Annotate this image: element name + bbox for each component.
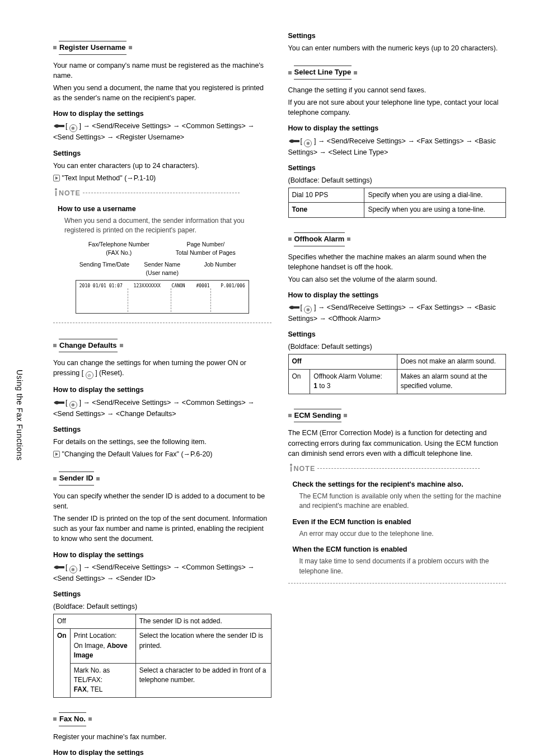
hand-icon xyxy=(53,564,65,571)
hand-icon xyxy=(53,399,65,406)
subheading-settings: Settings xyxy=(53,148,271,158)
path-text: ] → <Send/Receive Settings> → <Fax Setti… xyxy=(288,137,496,156)
text: The ECM (Error Correction Mode) is a fun… xyxy=(288,428,507,458)
cell-desc: Specify when you are using a dial-line. xyxy=(364,188,506,202)
cell-off: Off xyxy=(54,614,136,629)
subheading-how-to-display: How to display the settings xyxy=(288,290,507,300)
hand-icon xyxy=(288,304,301,311)
pin-icon xyxy=(53,188,59,196)
note-text: When you send a document, the sender inf… xyxy=(64,216,271,236)
text: You can also set the volume of the alarm… xyxy=(288,274,507,284)
note-text: The ECM function is available only when … xyxy=(299,492,507,511)
note-subheading: Even if the ECM function is enabled xyxy=(293,517,507,527)
subheading-how-to-display: How to display the settings xyxy=(288,123,507,133)
menu-button-icon: ✽ xyxy=(304,306,312,314)
sender-info-diagram: Fax/Telephone Number (FAX No.) Page Numb… xyxy=(76,240,249,314)
path-text: ] → <Send/Receive Settings> → <Common Se… xyxy=(53,399,255,418)
play-icon xyxy=(53,451,60,458)
subheading-how-to-display: How to display the settings xyxy=(53,385,271,395)
offhook-table: Off Does not make an alarm sound. On Off… xyxy=(288,354,507,394)
cell-opt: Dial 10 PPS xyxy=(288,188,364,202)
text: Your name or company's name must be regi… xyxy=(53,60,271,81)
menu-path: [ ✽ ] → <Send/Receive Settings> → <Fax S… xyxy=(288,302,507,324)
diagram-label: Sender Name (User name) xyxy=(133,260,191,277)
cell-on: On xyxy=(288,369,310,394)
menu-button-icon: ✽ xyxy=(69,566,77,573)
fax-header-strip: 2010 01/01 01:07 123XXXXXXX CANON #0001 … xyxy=(76,280,249,314)
menu-path: [ ✽ ] → <Send/Receive Settings> → <Commo… xyxy=(53,562,271,584)
sender-id-table: Off The sender ID is not added. On Print… xyxy=(53,614,271,698)
menu-button-icon: ✽ xyxy=(69,124,77,132)
cell-desc: Specify when you are using a tone-line. xyxy=(364,203,506,217)
text: You can change the settings for when tur… xyxy=(53,358,271,379)
pin-icon xyxy=(288,464,294,472)
note-block: NOTE How to use a username When you send… xyxy=(53,188,271,323)
heading-change-defaults: Change Defaults xyxy=(59,339,118,353)
path-text: ] → <Send/Receive Settings> → <Fax Setti… xyxy=(288,304,496,323)
subheading-settings: Settings xyxy=(53,589,271,599)
diagram-label: Page Number/ Total Number of Pages xyxy=(162,240,249,257)
menu-path: [ ✽ ] → <Send/Receive Settings> → <Commo… xyxy=(53,121,271,142)
path-text: ] → <Send/Receive Settings> → <Common Se… xyxy=(53,563,255,582)
default-note: (Boldface: Default settings) xyxy=(288,175,507,185)
select-line-table: Dial 10 PPS Specify when you are using a… xyxy=(288,188,507,218)
play-icon xyxy=(53,175,60,181)
menu-path: [ ✽ ] → <Send/Receive Settings> → <Commo… xyxy=(53,398,271,419)
table-row: Off Does not make an alarm sound. xyxy=(288,354,506,369)
heading-fax-no: Fax No. xyxy=(59,712,86,726)
subheading-settings: Settings xyxy=(53,424,271,435)
path-text: ] → <Send/Receive Settings> → <Common Se… xyxy=(53,122,255,141)
subheading-settings: Settings xyxy=(288,163,507,173)
text: The sender ID is printed on the top of t… xyxy=(53,514,271,544)
cell-desc: Select a character to be added in front … xyxy=(135,663,271,697)
menu-path: [ ✽ ] → <Send/Receive Settings> → <Fax S… xyxy=(288,136,507,157)
table-row: On Print Location: On Image, Above Image… xyxy=(54,629,271,663)
note-subheading: Check the settings for the recipient's m… xyxy=(293,479,507,489)
cell-desc: The sender ID is not added. xyxy=(135,614,271,629)
table-row: Dial 10 PPS Specify when you are using a… xyxy=(288,188,506,202)
table-row: Off The sender ID is not added. xyxy=(54,614,271,629)
cell-on: On xyxy=(54,629,71,697)
cell-desc: Does not make an alarm sound. xyxy=(397,354,505,369)
diagram-label: Job Number xyxy=(191,260,249,277)
note-label: NOTE xyxy=(294,464,316,474)
table-row: On Offhook Alarm Volume: 1 to 3 Makes an… xyxy=(288,369,506,394)
dashed-divider xyxy=(288,583,507,584)
subheading-settings: Settings xyxy=(288,31,507,41)
subheading-settings: Settings xyxy=(288,329,507,339)
reset-button-icon: ⊘ xyxy=(86,371,93,379)
table-row: Mark No. as TEL/FAX: FAX, TEL Select a c… xyxy=(54,663,271,697)
text: You can enter numbers with the numeric k… xyxy=(288,43,507,53)
side-tab: Using the Fax Functions xyxy=(14,370,25,460)
default-note: (Boldface: Default settings) xyxy=(53,601,271,612)
menu-button-icon: ✽ xyxy=(69,401,77,409)
cell-opt: Tone xyxy=(288,203,364,217)
note-block: NOTE Check the settings for the recipien… xyxy=(288,463,507,584)
subheading-how-to-display: How to display the settings xyxy=(53,550,271,560)
note-subheading: When the ECM function is enabled xyxy=(293,544,507,554)
dashed-divider xyxy=(53,323,271,323)
text: Change the setting if you cannot send fa… xyxy=(288,85,507,95)
text: Register your machine's fax number. xyxy=(53,732,271,742)
cell-desc: Select the location where the sender ID … xyxy=(135,629,271,663)
heading-select-line-type: Select Line Type xyxy=(294,66,352,80)
heading-sender-id: Sender ID xyxy=(59,472,94,486)
left-column: Register Username Your name or company's… xyxy=(53,31,271,756)
text: If you are not sure about your telephone… xyxy=(288,97,507,118)
diagram-label: Fax/Telephone Number (FAX No.) xyxy=(76,240,162,257)
heading-register-username: Register Username xyxy=(59,41,127,55)
right-column: Settings You can enter numbers with the … xyxy=(288,31,507,756)
cell-opt: Mark No. as TEL/FAX: FAX, TEL xyxy=(70,663,135,697)
hand-icon xyxy=(288,138,301,144)
text: For details on the settings, see the fol… xyxy=(53,437,271,447)
cell-desc: Makes an alarm sound at the specified vo… xyxy=(397,369,505,394)
diagram-label: Sending Time/Date xyxy=(76,260,133,277)
note-subheading: How to use a username xyxy=(58,204,271,214)
hand-icon xyxy=(53,123,65,129)
subheading-how-to-display: How to display the settings xyxy=(53,748,271,756)
note-label: NOTE xyxy=(59,188,81,198)
cell-off: Off xyxy=(288,354,397,369)
text: Specifies whether the machine makes an a… xyxy=(288,252,507,272)
default-note: (Boldface: Default settings) xyxy=(288,342,507,352)
cell-opt: Print Location: On Image, Above Image xyxy=(70,629,135,663)
